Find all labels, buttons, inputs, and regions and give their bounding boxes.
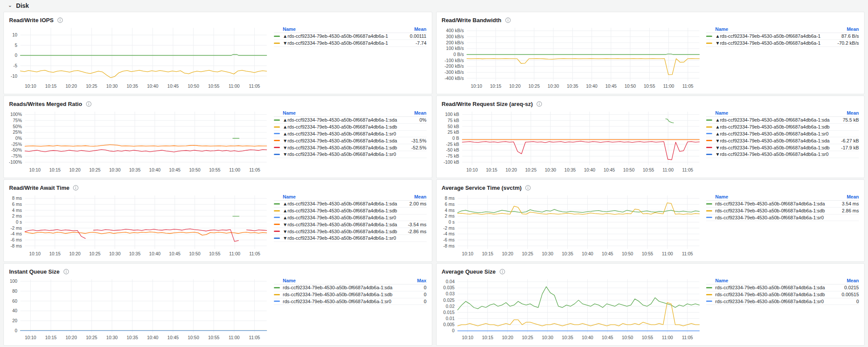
info-icon[interactable] bbox=[505, 17, 511, 23]
legend-row[interactable]: ▼rds-ccf92334-79eb-4530-a50b-0f6687a4db6… bbox=[706, 137, 859, 144]
legend-row[interactable]: rds-ccf92334-79eb-4530-a50b-0f6687a4db6a… bbox=[274, 291, 427, 298]
legend-col-name[interactable]: Name bbox=[715, 278, 831, 283]
series-name[interactable]: ▲rds-ccf92334-79eb-4530-a50b-0f6687a4db6… bbox=[283, 201, 399, 206]
legend-col-name[interactable]: Name bbox=[283, 110, 399, 116]
legend-row[interactable]: ▲rds-ccf92334-79eb-4530-a50b-0f6687a4db6… bbox=[274, 201, 427, 208]
legend-row[interactable]: ▼rds-ccf92334-79eb-4530-a50b-0f6687a4db6… bbox=[274, 40, 427, 47]
legend-row[interactable]: ▼rds-ccf92334-79eb-4530-a50b-0f6687a4db6… bbox=[706, 144, 859, 151]
series-name[interactable]: ▲rds-ccf92334-79eb-4530-a50b-0f6687a4db6… bbox=[715, 33, 831, 39]
legend-row[interactable]: ▼rds-ccf92334-79eb-4530-a50b-0f6687a4db6… bbox=[274, 151, 427, 158]
legend-row[interactable]: rds-ccf92334-79eb-4530-a50b-0f6687a4db6a… bbox=[706, 291, 859, 298]
time-series-chart[interactable]: 10:1010:1510:2010:2510:3010:3510:4010:45… bbox=[9, 109, 270, 174]
section-row-disk[interactable]: ⌄ Disk bbox=[3, 1, 865, 10]
panel-title[interactable]: Average Service Time (svctm) bbox=[442, 185, 522, 191]
series-name[interactable]: rds-ccf92334-79eb-4530-a50b-0f6687a4db6a… bbox=[283, 292, 399, 297]
time-series-chart[interactable]: 10:1010:1510:2010:2510:3010:3510:4010:45… bbox=[442, 109, 702, 174]
time-series-chart[interactable]: 10:1010:1510:2010:2510:3010:3510:4010:45… bbox=[442, 193, 702, 258]
series-name[interactable]: ▼rds-ccf92334-79eb-4530-a50b-0f6687a4db6… bbox=[283, 138, 399, 143]
legend-row[interactable]: ▼rds-ccf92334-79eb-4530-a50b-0f6687a4db6… bbox=[274, 137, 427, 144]
series-name[interactable]: ▼rds-ccf92334-79eb-4530-a50b-0f6687a4db6… bbox=[715, 138, 831, 143]
series-name[interactable]: ▼rds-ccf92334-79eb-4530-a50b-0f6687a4db6… bbox=[715, 145, 831, 150]
legend-row[interactable]: ▲rds-ccf92334-79eb-4530-a50b-0f6687a4db6… bbox=[706, 117, 859, 124]
legend-row[interactable]: ▲rds-ccf92334-79eb-4530-a50b-0f6687a4db6… bbox=[706, 124, 859, 131]
legend-row[interactable]: ▼rds-ccf92334-79eb-4530-a50b-0f6687a4db6… bbox=[274, 235, 427, 242]
series-name[interactable]: ▲rds-ccf92334-79eb-4530-a50b-0f6687a4db6… bbox=[283, 131, 399, 136]
legend-col-stat[interactable]: Max bbox=[399, 278, 427, 283]
series-name[interactable]: ▼rds-ccf92334-79eb-4530-a50b-0f6687a4db6… bbox=[283, 40, 399, 46]
info-icon[interactable] bbox=[73, 185, 79, 191]
panel-title[interactable]: Read/Write Request Size (areq-sz) bbox=[442, 101, 533, 107]
legend-col-stat[interactable]: Mean bbox=[831, 194, 859, 199]
legend-col-stat[interactable]: Mean bbox=[399, 194, 427, 199]
series-name[interactable]: ▲rds-ccf92334-79eb-4530-a50b-0f6687a4db6… bbox=[283, 124, 399, 129]
info-icon[interactable] bbox=[63, 269, 69, 275]
time-series-chart[interactable]: 10:1010:1510:2010:2510:3010:3510:4010:45… bbox=[9, 193, 270, 258]
series-name[interactable]: ▲rds-ccf92334-79eb-4530-a50b-0f6687a4db6… bbox=[715, 117, 831, 122]
series-name[interactable]: rds-ccf92334-79eb-4530-a50b-0f6687a4db6a… bbox=[283, 299, 399, 304]
legend-row[interactable]: rds-ccf92334-79eb-4530-a50b-0f6687a4db6a… bbox=[706, 208, 859, 215]
legend-row[interactable]: ▲rds-ccf92334-79eb-4530-a50b-0f6687a4db6… bbox=[274, 124, 427, 131]
legend-col-name[interactable]: Name bbox=[283, 26, 399, 32]
legend-row[interactable]: ▼rds-ccf92334-79eb-4530-a50b-0f6687a4db6… bbox=[706, 151, 859, 158]
info-icon[interactable] bbox=[499, 269, 505, 275]
legend-row[interactable]: ▲rds-ccf92334-79eb-4530-a50b-0f6687a4db6… bbox=[274, 131, 427, 138]
panel-title[interactable]: Read/Write Await Time bbox=[9, 185, 69, 191]
series-name[interactable]: rds-ccf92334-79eb-4530-a50b-0f6687a4db6a… bbox=[715, 292, 831, 297]
legend-col-stat[interactable]: Mean bbox=[831, 278, 859, 283]
legend-row[interactable]: ▲rds-ccf92334-79eb-4530-a50b-0f6687a4db6… bbox=[706, 33, 859, 40]
panel-title[interactable]: Reads/Writes Merged Ratio bbox=[9, 101, 82, 107]
legend-col-name[interactable]: Name bbox=[715, 26, 831, 32]
series-name[interactable]: ▲rds-ccf92334-79eb-4530-a50b-0f6687a4db6… bbox=[283, 208, 399, 213]
series-name[interactable]: ▼rds-ccf92334-79eb-4530-a50b-0f6687a4db6… bbox=[715, 40, 831, 46]
legend-col-stat[interactable]: Mean bbox=[399, 26, 427, 32]
info-icon[interactable] bbox=[525, 185, 531, 191]
legend-col-name[interactable]: Name bbox=[283, 194, 399, 199]
legend-col-name[interactable]: Name bbox=[715, 110, 831, 116]
series-name[interactable]: ▲rds-ccf92334-79eb-4530-a50b-0f6687a4db6… bbox=[715, 131, 831, 136]
info-icon[interactable] bbox=[57, 17, 63, 23]
series-name[interactable]: rds-ccf92334-79eb-4530-a50b-0f6687a4db6a… bbox=[715, 215, 831, 220]
series-name[interactable]: rds-ccf92334-79eb-4530-a50b-0f6687a4db6a… bbox=[715, 299, 831, 304]
time-series-chart[interactable]: 10:1010:1510:2010:2510:3010:3510:4010:45… bbox=[442, 25, 702, 90]
collapse-chevron-icon[interactable]: ⌄ bbox=[8, 3, 12, 8]
legend-row[interactable]: ▼rds-ccf92334-79eb-4530-a50b-0f6687a4db6… bbox=[274, 228, 427, 235]
legend-col-name[interactable]: Name bbox=[715, 194, 831, 199]
series-name[interactable]: ▲rds-ccf92334-79eb-4530-a50b-0f6687a4db6… bbox=[283, 33, 399, 39]
legend-row[interactable]: ▲rds-ccf92334-79eb-4530-a50b-0f6687a4db6… bbox=[274, 215, 427, 221]
legend-col-name[interactable]: Name bbox=[283, 278, 399, 283]
legend-row[interactable]: rds-ccf92334-79eb-4530-a50b-0f6687a4db6a… bbox=[706, 284, 859, 291]
series-name[interactable]: ▲rds-ccf92334-79eb-4530-a50b-0f6687a4db6… bbox=[283, 117, 399, 122]
series-name[interactable]: ▼rds-ccf92334-79eb-4530-a50b-0f6687a4db6… bbox=[283, 235, 399, 241]
series-name[interactable]: rds-ccf92334-79eb-4530-a50b-0f6687a4db6a… bbox=[283, 285, 399, 290]
legend-row[interactable]: ▲rds-ccf92334-79eb-4530-a50b-0f6687a4db6… bbox=[274, 33, 427, 40]
time-series-chart[interactable]: 10:1010:1510:2010:2510:3010:3510:4010:45… bbox=[9, 277, 270, 342]
series-name[interactable]: ▲rds-ccf92334-79eb-4530-a50b-0f6687a4db6… bbox=[715, 124, 831, 129]
legend-row[interactable]: ▲rds-ccf92334-79eb-4530-a50b-0f6687a4db6… bbox=[274, 208, 427, 215]
series-name[interactable]: ▼rds-ccf92334-79eb-4530-a50b-0f6687a4db6… bbox=[715, 152, 831, 157]
legend-col-stat[interactable]: Mean bbox=[831, 110, 859, 116]
info-icon[interactable] bbox=[85, 101, 92, 107]
time-series-chart[interactable]: 10:1010:1510:2010:2510:3010:3510:4010:45… bbox=[9, 25, 270, 90]
legend-row[interactable]: ▲rds-ccf92334-79eb-4530-a50b-0f6687a4db6… bbox=[274, 117, 427, 124]
series-name[interactable]: ▼rds-ccf92334-79eb-4530-a50b-0f6687a4db6… bbox=[283, 145, 399, 150]
legend-row[interactable]: rds-ccf92334-79eb-4530-a50b-0f6687a4db6a… bbox=[274, 298, 427, 305]
legend-row[interactable]: rds-ccf92334-79eb-4530-a50b-0f6687a4db6a… bbox=[706, 298, 859, 305]
legend-row[interactable]: rds-ccf92334-79eb-4530-a50b-0f6687a4db6a… bbox=[706, 215, 859, 221]
legend-row[interactable]: ▼rds-ccf92334-79eb-4530-a50b-0f6687a4db6… bbox=[274, 144, 427, 151]
panel-title[interactable]: Read/Write IOPS bbox=[9, 17, 53, 23]
panel-title[interactable]: Read/Write Bandwidth bbox=[442, 17, 502, 23]
legend-row[interactable]: rds-ccf92334-79eb-4530-a50b-0f6687a4db6a… bbox=[706, 201, 859, 208]
panel-title[interactable]: Instant Queue Size bbox=[9, 268, 59, 275]
legend-row[interactable]: ▼rds-ccf92334-79eb-4530-a50b-0f6687a4db6… bbox=[274, 221, 427, 228]
legend-row[interactable]: ▼rds-ccf92334-79eb-4530-a50b-0f6687a4db6… bbox=[706, 40, 859, 47]
series-name[interactable]: rds-ccf92334-79eb-4530-a50b-0f6687a4db6a… bbox=[715, 208, 831, 213]
series-name[interactable]: rds-ccf92334-79eb-4530-a50b-0f6687a4db6a… bbox=[715, 285, 831, 290]
legend-col-stat[interactable]: Mean bbox=[399, 110, 427, 116]
series-name[interactable]: ▼rds-ccf92334-79eb-4530-a50b-0f6687a4db6… bbox=[283, 229, 399, 234]
series-name[interactable]: ▼rds-ccf92334-79eb-4530-a50b-0f6687a4db6… bbox=[283, 152, 399, 157]
panel-title[interactable]: Average Queue Size bbox=[442, 268, 496, 275]
series-name[interactable]: rds-ccf92334-79eb-4530-a50b-0f6687a4db6a… bbox=[715, 201, 831, 206]
legend-row[interactable]: rds-ccf92334-79eb-4530-a50b-0f6687a4db6a… bbox=[274, 284, 427, 291]
legend-col-stat[interactable]: Mean bbox=[831, 26, 859, 32]
series-name[interactable]: ▲rds-ccf92334-79eb-4530-a50b-0f6687a4db6… bbox=[283, 215, 399, 220]
